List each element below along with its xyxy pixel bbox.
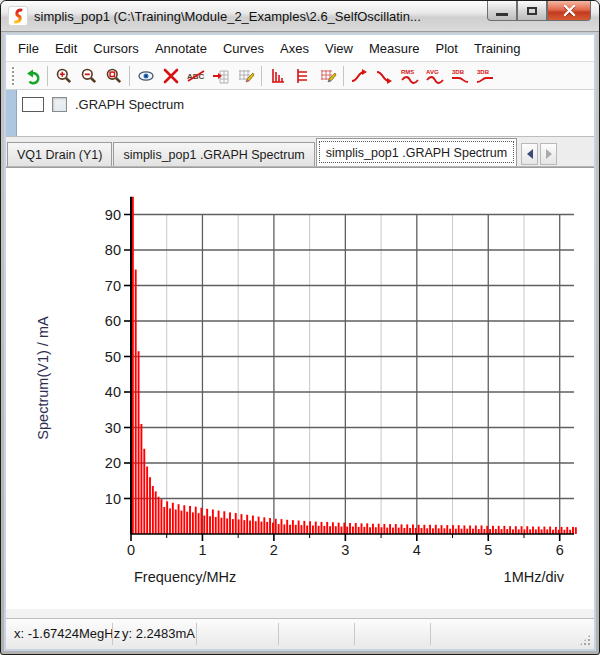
minimize-icon <box>496 13 508 16</box>
titlebar[interactable]: simplis_pop1 (C:\Training\Module_2_Examp… <box>1 1 599 32</box>
resize-grip[interactable] <box>579 634 591 646</box>
delete-annotations-button[interactable]: ABC <box>183 64 208 88</box>
close-icon <box>563 5 576 16</box>
statusbar: x: -1.67424MegHz y: 2.2483mA <box>6 618 594 649</box>
tab-scroll-right-button[interactable] <box>540 143 557 165</box>
edit-graph-button[interactable] <box>233 64 258 88</box>
delete-annotations-icon: ABC <box>186 67 206 85</box>
delete-curves-button[interactable] <box>158 64 183 88</box>
graph-options-button[interactable] <box>315 64 340 88</box>
svg-text:90: 90 <box>105 207 121 223</box>
svg-text:10: 10 <box>105 491 121 507</box>
svg-text:3: 3 <box>341 542 349 558</box>
simplis-logo-icon <box>8 6 28 26</box>
menu-annotate[interactable]: Annotate <box>147 38 215 59</box>
chevron-left-icon <box>527 149 533 159</box>
svg-text:5: 5 <box>484 542 492 558</box>
svg-text:60: 60 <box>105 313 121 329</box>
measure-3db-highpass-button[interactable]: 3DB <box>472 64 497 88</box>
measure-rise-icon <box>350 67 370 85</box>
measure-3db-highpass-icon: 3DB <box>474 67 496 85</box>
menu-cursors[interactable]: Cursors <box>85 38 147 59</box>
svg-text:6: 6 <box>556 542 564 558</box>
svg-text:RMS: RMS <box>401 69 414 75</box>
single-axis-button[interactable] <box>290 64 315 88</box>
spectrum-bars <box>132 197 577 534</box>
menu-view[interactable]: View <box>317 38 361 59</box>
menu-measure[interactable]: Measure <box>361 38 428 59</box>
stack-axes-button[interactable] <box>265 64 290 88</box>
undo-icon <box>23 67 41 85</box>
single-axis-icon <box>294 67 312 85</box>
tab-vq1-drain[interactable]: VQ1 Drain (Y1) <box>7 142 112 166</box>
graph-options-icon <box>319 67 337 85</box>
svg-text:80: 80 <box>105 242 121 258</box>
measure-3db-lowpass-icon: 3DB <box>449 67 471 85</box>
measure-fall-time-button[interactable] <box>372 64 397 88</box>
menu-plot[interactable]: Plot <box>428 38 466 59</box>
axis-group-strip[interactable] <box>6 90 17 136</box>
eye-icon <box>137 67 155 85</box>
undo-zoom-button[interactable] <box>19 64 44 88</box>
client-area: File Edit Cursors Annotate Curves Axes V… <box>4 33 596 651</box>
zoom-area-button[interactable] <box>101 64 126 88</box>
legend-panel: .GRAPH Spectrum <box>6 90 594 137</box>
tab-graph-spectrum-2-active[interactable]: simplis_pop1 .GRAPH Spectrum <box>316 138 517 166</box>
spectrum-chart[interactable]: 1020304050607080900123456 Frequency/MHz … <box>6 168 592 608</box>
tab-graph-spectrum-1[interactable]: simplis_pop1 .GRAPH Spectrum <box>113 142 314 166</box>
tab-label: simplis_pop1 .GRAPH Spectrum <box>123 148 304 162</box>
svg-text:AVG: AVG <box>426 69 439 75</box>
x-axis-label: Frequency/MHz <box>134 569 236 585</box>
zoom-out-button[interactable] <box>76 64 101 88</box>
app-window: simplis_pop1 (C:\Training\Module_2_Examp… <box>0 0 600 655</box>
tick-marks <box>124 215 560 542</box>
cursor-x-readout: x: -1.67424MegHz <box>14 626 120 641</box>
svg-text:20: 20 <box>105 455 121 471</box>
maximize-button[interactable] <box>517 1 547 21</box>
curve-label: .GRAPH Spectrum <box>75 97 184 112</box>
svg-text:0: 0 <box>127 542 135 558</box>
minimize-button[interactable] <box>487 1 517 21</box>
measure-rms-button[interactable]: RMS <box>397 64 422 88</box>
chevron-right-icon <box>546 149 552 159</box>
menu-edit[interactable]: Edit <box>47 38 85 59</box>
svg-text:50: 50 <box>105 349 121 365</box>
cursor-y-readout: y: 2.2483mA <box>122 626 195 641</box>
menu-axes[interactable]: Axes <box>272 38 317 59</box>
svg-text:4: 4 <box>413 542 421 558</box>
menu-curves[interactable]: Curves <box>215 38 272 59</box>
menu-training[interactable]: Training <box>466 38 528 59</box>
measure-avg-icon: AVG <box>424 67 446 85</box>
svg-text:3DB: 3DB <box>452 69 465 75</box>
measure-rise-time-button[interactable] <box>347 64 372 88</box>
grid-major-lines <box>131 215 574 535</box>
svg-text:40: 40 <box>105 384 121 400</box>
curve-color-swatch[interactable] <box>22 97 44 112</box>
per-div-label: 1MHz/div <box>504 569 565 585</box>
tab-scroll-nav <box>521 142 557 166</box>
measure-rms-icon: RMS <box>399 67 421 85</box>
menubar: File Edit Cursors Annotate Curves Axes V… <box>6 35 594 62</box>
svg-text:30: 30 <box>105 420 121 436</box>
close-button[interactable] <box>547 1 591 21</box>
axes-lines <box>131 197 574 534</box>
move-curve-button[interactable] <box>208 64 233 88</box>
toolbar: ABC <box>6 62 594 90</box>
zoom-out-icon <box>80 67 98 85</box>
measure-avg-button[interactable]: AVG <box>422 64 447 88</box>
show-hide-curves-button[interactable] <box>133 64 158 88</box>
edit-graph-icon <box>237 67 255 85</box>
toolbar-gripper[interactable] <box>11 66 16 86</box>
measure-3db-lowpass-button[interactable]: 3DB <box>447 64 472 88</box>
graph-area[interactable]: 1020304050607080900123456 Frequency/MHz … <box>6 167 594 609</box>
measure-fall-icon <box>375 67 395 85</box>
delete-curves-icon <box>162 67 180 85</box>
zoom-area-icon <box>105 67 123 85</box>
zoom-in-button[interactable] <box>51 64 76 88</box>
tab-scroll-left-button[interactable] <box>521 143 538 165</box>
svg-text:70: 70 <box>105 278 121 294</box>
curve-checkbox[interactable] <box>52 97 67 112</box>
menu-file[interactable]: File <box>10 38 47 59</box>
zoom-in-icon <box>55 67 73 85</box>
y-axis-label: Spectrum(V1) / mA <box>35 316 51 440</box>
